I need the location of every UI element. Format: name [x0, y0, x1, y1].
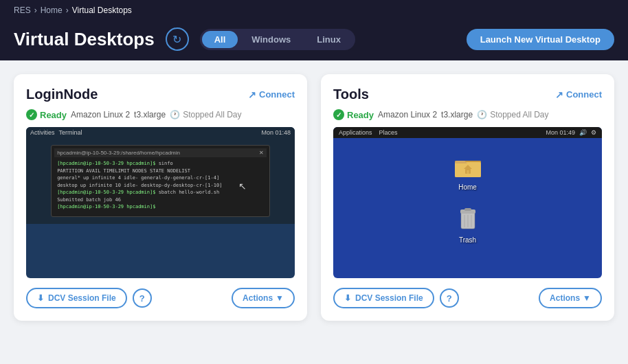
download-icon: ⬇ — [37, 293, 44, 303]
network-icon: ⚙ — [591, 129, 596, 136]
speaker-icon: 🔊 — [579, 129, 587, 136]
terminal-window: hpcadmin@ip-10-50-3-29:/shared/home/hpca… — [51, 145, 270, 217]
breadcrumb-res[interactable]: RES — [14, 5, 31, 15]
activities-label: Activities — [30, 129, 55, 136]
tools-os: Amazon Linux 2 — [378, 110, 437, 120]
loginnode-preview: Activities Terminal Mon 01:48 hpcadmin@i… — [26, 127, 295, 278]
svg-rect-10 — [464, 208, 471, 211]
tab-windows[interactable]: Windows — [239, 31, 303, 48]
ready-icon: ✓ — [26, 109, 37, 120]
trash-icon[interactable]: Trash — [453, 205, 482, 244]
trash-image — [453, 205, 482, 234]
loginnode-info-button[interactable]: ? — [133, 288, 152, 308]
linux-topbar-right: Mon 01:49 🔊 ⚙ — [546, 129, 596, 136]
places-label: Places — [379, 129, 398, 136]
main-content: LoginNode ↗ Connect ✓ Ready Amazon Linux… — [0, 60, 628, 334]
linux-topbar-left: Applications Places — [339, 129, 398, 136]
linux-topbar: Applications Places Mon 01:49 🔊 ⚙ — [333, 127, 602, 138]
tools-footer: ⬇ DCV Session File ? Actions ▼ — [333, 288, 602, 308]
terminal-window-title: hpcadmin@ip-10-50-3-29:/shared/home/hpca… — [57, 150, 180, 156]
tools-connect-link[interactable]: ↗ Connect — [555, 89, 602, 100]
loginnode-card: LoginNode ↗ Connect ✓ Ready Amazon Linux… — [14, 74, 307, 321]
terminal-code: [hpcadmin@ip-10-50-3-29 hpcadmin]$ sinfo… — [54, 157, 267, 214]
ready-icon-2: ✓ — [333, 109, 344, 120]
terminal-close-icon: ✕ — [259, 150, 264, 156]
loginnode-footer: ⬇ DCV Session File ? Actions ▼ — [26, 288, 295, 308]
svg-rect-5 — [467, 170, 469, 174]
loginnode-status-ready: ✓ Ready — [26, 109, 67, 120]
breadcrumb-home[interactable]: Home — [41, 5, 63, 15]
tools-card-header: Tools ↗ Connect — [333, 87, 602, 102]
tab-linux[interactable]: Linux — [304, 31, 353, 48]
trash-label: Trash — [459, 236, 476, 244]
clock-icon: 🕐 — [170, 110, 180, 120]
refresh-button[interactable]: ↻ — [166, 27, 189, 51]
term-line-1: [hpcadmin@ip-10-50-3-29 hpcadmin]$ sinfo — [57, 160, 264, 168]
external-link-icon: ↗ — [248, 89, 256, 100]
folder-image — [453, 152, 482, 181]
refresh-icon: ↻ — [172, 33, 181, 46]
tools-status-bar: ✓ Ready Amazon Linux 2 t3.xlarge 🕐 Stopp… — [333, 109, 602, 120]
home-label: Home — [458, 183, 477, 191]
tab-all[interactable]: All — [202, 31, 238, 48]
filter-tabs: All Windows Linux — [200, 29, 355, 50]
loginnode-title: LoginNode — [26, 87, 98, 102]
home-folder-icon[interactable]: Home — [453, 152, 482, 191]
download-icon-2: ⬇ — [344, 293, 351, 303]
page-header: Virtual Desktops ↻ All Windows Linux Lau… — [0, 21, 628, 60]
loginnode-card-header: LoginNode ↗ Connect — [26, 87, 295, 102]
tools-actions-button[interactable]: Actions ▼ — [539, 288, 602, 308]
tools-info-button[interactable]: ? — [440, 288, 459, 308]
chevron-down-icon-2: ▼ — [583, 293, 591, 303]
loginnode-dcv-button[interactable]: ⬇ DCV Session File — [26, 288, 127, 308]
breadcrumb-sep2: › — [66, 5, 69, 15]
term-line-6: Submitted batch job 46 — [57, 196, 264, 204]
launch-desktop-button[interactable]: Launch New Virtual Desktop — [467, 29, 614, 50]
tools-dcv-button[interactable]: ⬇ DCV Session File — [333, 288, 434, 308]
tools-stopped: 🕐 Stopped All Day — [477, 110, 548, 120]
clock-icon-2: 🕐 — [477, 110, 487, 120]
linux-time: Mon 01:49 — [546, 129, 575, 136]
loginnode-footer-left: ⬇ DCV Session File ? — [26, 288, 152, 308]
loginnode-status-bar: ✓ Ready Amazon Linux 2 t3.xlarge 🕐 Stopp… — [26, 109, 295, 120]
trash-svg — [458, 207, 478, 231]
tools-title: Tools — [333, 87, 369, 102]
topbar: RES › Home › Virtual Desktops — [0, 0, 628, 21]
applications-label: Applications — [339, 129, 372, 136]
folder-svg — [455, 155, 481, 177]
loginnode-actions-button[interactable]: Actions ▼ — [232, 288, 295, 308]
page-title: Virtual Desktops — [14, 29, 155, 50]
linux-desktop-area: Home — [333, 138, 602, 258]
term-line-3: general* up infinite 4 idle- general-dy-… — [57, 174, 264, 182]
terminal-window-bar: hpcadmin@ip-10-50-3-29:/shared/home/hpca… — [54, 148, 267, 157]
mouse-cursor-icon: ↖ — [238, 181, 247, 192]
tools-size: t3.xlarge — [441, 110, 473, 120]
term-line-2: PARTITION AVAIL TIMELIMIT NODES STATE NO… — [57, 168, 264, 175]
loginnode-connect-link[interactable]: ↗ Connect — [248, 89, 295, 100]
tools-card: Tools ↗ Connect ✓ Ready Amazon Linux 2 t… — [321, 74, 614, 321]
terminal-time: Mon 01:48 — [261, 129, 291, 136]
loginnode-os: Amazon Linux 2 — [71, 110, 130, 120]
external-link-icon-2: ↗ — [555, 89, 563, 100]
tools-footer-left: ⬇ DCV Session File ? — [333, 288, 459, 308]
tools-preview: Applications Places Mon 01:49 🔊 ⚙ — [333, 127, 602, 278]
loginnode-size: t3.xlarge — [134, 110, 166, 120]
term-line-5: [hpcadmin@ip-10-50-3-29 hpcadmin]$ sbatc… — [57, 189, 264, 196]
term-line-7: [hpcadmin@ip-10-50-3-29 hpcadmin]$ — [57, 203, 264, 211]
terminal-topbar: Activities Terminal Mon 01:48 — [26, 127, 295, 138]
terminal-label: Terminal — [59, 129, 82, 136]
terminal-body: hpcadmin@ip-10-50-3-29:/shared/home/hpca… — [26, 138, 295, 224]
loginnode-stopped: 🕐 Stopped All Day — [170, 110, 241, 120]
breadcrumb-sep1: › — [34, 5, 37, 15]
term-line-4: desktop up infinite 10 idle- desktop-dy-… — [57, 182, 264, 190]
breadcrumb-current: Virtual Desktops — [72, 5, 132, 15]
chevron-down-icon: ▼ — [276, 293, 284, 303]
tools-status-ready: ✓ Ready — [333, 109, 374, 120]
